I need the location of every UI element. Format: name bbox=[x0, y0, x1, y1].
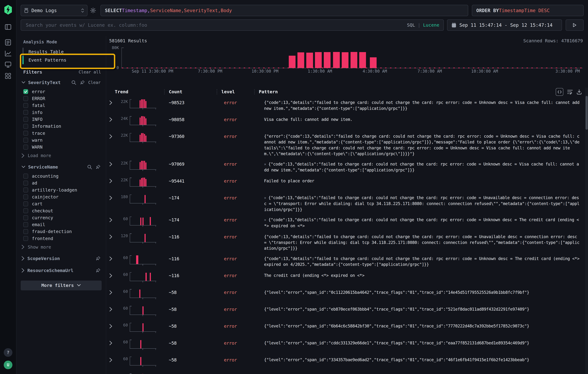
pattern-table-row[interactable]: 22K~95441errorFailed to place order bbox=[106, 175, 585, 192]
checkbox-unchecked[interactable] bbox=[23, 110, 28, 115]
scrollbar-track[interactable] bbox=[585, 88, 588, 374]
code-view-icon[interactable] bbox=[556, 88, 563, 96]
sql-toggle[interactable]: SQL bbox=[407, 22, 415, 28]
checkbox-unchecked[interactable] bbox=[23, 131, 28, 136]
load-more-button[interactable]: Load more bbox=[21, 152, 106, 159]
filter-option-info[interactable]: INFO bbox=[23, 116, 106, 123]
filter-option-fraud-detection[interactable]: fraud-detection bbox=[23, 228, 106, 235]
source-selector[interactable]: Demo Logs bbox=[21, 5, 87, 16]
pattern-table-row[interactable]: 60~116errorThe credit card (ending <*> e… bbox=[106, 270, 585, 286]
filter-group-severitytext[interactable]: SeverityTextClear bbox=[16, 75, 106, 87]
expand-row-button[interactable] bbox=[109, 216, 118, 222]
pattern-table-row[interactable]: 22K~97069error×{"code":13,"details":"fai… bbox=[106, 158, 585, 175]
dismiss-x-icon[interactable]: × bbox=[264, 196, 266, 200]
pin-icon[interactable] bbox=[96, 164, 101, 169]
filter-group-servicename[interactable]: ServiceName bbox=[16, 159, 106, 171]
pattern-table-row[interactable]: 60~58error{"level":"error","span_id":"33… bbox=[106, 354, 585, 371]
checkbox-unchecked[interactable] bbox=[23, 124, 28, 129]
pattern-table-row[interactable]: 60~174error×{"code":13,"details":"failed… bbox=[106, 214, 585, 231]
checkbox-unchecked[interactable] bbox=[23, 181, 28, 185]
search-icon[interactable] bbox=[71, 80, 76, 85]
expand-row-button[interactable] bbox=[109, 373, 118, 374]
filter-option-ad[interactable]: ad bbox=[23, 180, 106, 186]
histogram-plot[interactable] bbox=[122, 48, 583, 68]
search-logs-icon[interactable] bbox=[5, 39, 11, 46]
user-avatar[interactable]: U bbox=[4, 361, 12, 369]
filter-option-checkout[interactable]: checkout bbox=[23, 207, 106, 214]
lucene-toggle[interactable]: Lucene bbox=[423, 22, 439, 28]
expand-row-button[interactable] bbox=[109, 116, 118, 122]
date-range-picker[interactable]: Sep 11 15:47:14 - Sep 12 15:47:14 bbox=[447, 20, 562, 31]
filter-option-info[interactable]: info bbox=[23, 109, 106, 116]
expand-row-button[interactable] bbox=[109, 339, 118, 345]
checkbox-unchecked[interactable] bbox=[23, 208, 28, 213]
column-header-pattern[interactable]: Pattern bbox=[259, 89, 278, 94]
checkbox-unchecked[interactable] bbox=[23, 236, 28, 241]
help-button[interactable]: ? bbox=[4, 348, 12, 357]
more-filters-button[interactable]: More filters bbox=[21, 281, 102, 290]
sidebar-item-results-table[interactable]: Results Table bbox=[22, 48, 106, 56]
column-header-count[interactable]: Count bbox=[169, 89, 182, 94]
show-more-button[interactable]: Show more bbox=[21, 243, 106, 251]
checkbox-unchecked[interactable] bbox=[23, 194, 28, 199]
filter-option-artillery-loadgen[interactable]: artillery-loadgen bbox=[23, 186, 106, 193]
checkbox-unchecked[interactable] bbox=[23, 188, 28, 192]
filter-group-resourceschemaurl[interactable]: ResourceSchemaUrl bbox=[16, 263, 106, 274]
filter-option-fatal[interactable]: fatal bbox=[23, 102, 106, 109]
pattern-table-row[interactable]: 24K~98058errorVisa cache full: cannot ad… bbox=[106, 113, 585, 130]
search-icon[interactable] bbox=[87, 164, 92, 169]
expand-row-button[interactable] bbox=[109, 323, 118, 329]
order-by-input[interactable]: ORDER BY TimestampTime DESC bbox=[472, 5, 584, 16]
dismiss-x-icon[interactable]: × bbox=[264, 162, 266, 166]
checkbox-unchecked[interactable] bbox=[23, 222, 28, 227]
column-header-trend[interactable]: Trend bbox=[115, 89, 128, 94]
pattern-table-row[interactable]: 22K~97360error{"error":{"code":13,"detai… bbox=[106, 131, 585, 158]
dismiss-x-icon[interactable]: × bbox=[264, 218, 266, 222]
expand-row-button[interactable] bbox=[109, 99, 118, 105]
checkbox-unchecked[interactable] bbox=[23, 202, 28, 206]
pattern-table-row[interactable]: 60~116error{"code":13,"details":"failed … bbox=[106, 253, 585, 270]
expand-row-button[interactable] bbox=[109, 356, 118, 362]
checkbox-unchecked[interactable] bbox=[23, 103, 28, 108]
expand-row-button[interactable] bbox=[109, 160, 118, 166]
filter-option-information[interactable]: Information bbox=[23, 123, 106, 130]
sidebar-item-event-patterns[interactable]: Event Patterns bbox=[22, 56, 106, 64]
checkbox-unchecked[interactable] bbox=[23, 215, 28, 220]
pin-icon[interactable] bbox=[96, 268, 101, 273]
pin-icon[interactable] bbox=[80, 80, 85, 85]
run-query-button[interactable] bbox=[566, 20, 584, 31]
expand-row-button[interactable] bbox=[109, 255, 118, 261]
download-icon[interactable] bbox=[577, 89, 582, 94]
pattern-table-row[interactable]: 180~174error×{"code":13,"details":"faile… bbox=[106, 192, 585, 214]
pattern-table-row[interactable]: 60~58error{"level":"error","span_id":"6b… bbox=[106, 320, 585, 337]
clear-all-filters-button[interactable]: Clear all bbox=[79, 70, 101, 74]
filter-option-trace[interactable]: trace bbox=[23, 130, 106, 137]
checkbox-unchecked[interactable] bbox=[23, 145, 28, 150]
dashboards-icon[interactable] bbox=[5, 73, 11, 79]
checkbox-unchecked[interactable] bbox=[23, 229, 28, 234]
sessions-icon[interactable] bbox=[5, 61, 11, 68]
scrollbar-thumb[interactable] bbox=[586, 96, 588, 130]
column-header-level[interactable]: level bbox=[221, 89, 235, 94]
pattern-table-row[interactable]: 60~58error{"level":"error","span_id":"eb… bbox=[106, 303, 585, 320]
checkbox-checked[interactable] bbox=[23, 89, 28, 94]
select-query-input[interactable]: SELECT Timestamp, ServiceName, SeverityT… bbox=[101, 5, 468, 16]
filter-option-accounting[interactable]: accounting bbox=[23, 173, 106, 180]
filter-option-cainjector[interactable]: cainjector bbox=[23, 193, 106, 200]
filter-option-email[interactable]: email bbox=[23, 221, 106, 228]
expand-row-button[interactable] bbox=[109, 177, 118, 183]
hyperdx-logo-icon[interactable] bbox=[4, 5, 12, 15]
wrap-text-icon[interactable] bbox=[567, 90, 573, 94]
checkbox-unchecked[interactable] bbox=[23, 138, 28, 142]
pattern-table-row[interactable]: 120~116error{"code":13,"details":"failed… bbox=[106, 231, 585, 253]
collapse-panel-icon[interactable] bbox=[5, 24, 11, 30]
search-input[interactable] bbox=[25, 22, 404, 28]
expand-row-button[interactable] bbox=[109, 289, 118, 295]
pattern-table-row[interactable]: 60~58error{"level":"error","span_id":"b9… bbox=[106, 371, 585, 374]
filter-option-error[interactable]: ERROR bbox=[23, 95, 106, 102]
expand-row-button[interactable] bbox=[109, 233, 118, 239]
pattern-table-row[interactable]: 22K~98523error{"code":13,"details":"fail… bbox=[106, 97, 585, 113]
expand-row-button[interactable] bbox=[109, 306, 118, 312]
filter-option-error[interactable]: error bbox=[23, 88, 106, 95]
filter-option-warn[interactable]: WARN bbox=[23, 144, 106, 151]
